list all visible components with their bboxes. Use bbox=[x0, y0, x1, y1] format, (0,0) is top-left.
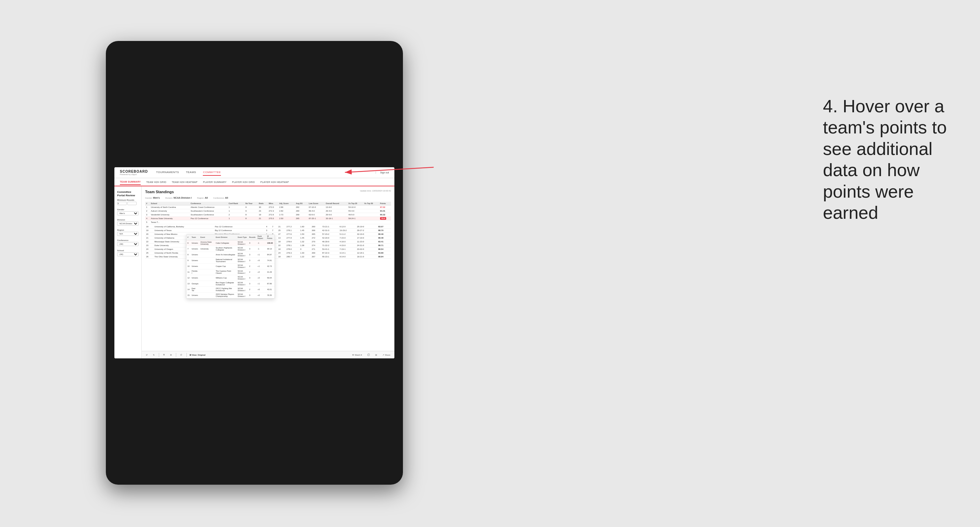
data-panel: Team Standings Update time: 13/03/2024 1… bbox=[142, 186, 395, 359]
col-rank: # bbox=[145, 202, 150, 205]
col-vs-top25: Vs Top 25 bbox=[347, 202, 363, 205]
bottom-toolbar: ↺ ↻ ⧉ ⚙ ⏱ ⊞ View: Original 👁 Watch ▾ 💬 ⊞… bbox=[142, 351, 395, 359]
table-row: 2 Auburn University Southeastern Confere… bbox=[145, 209, 391, 213]
rounds-max-input[interactable] bbox=[127, 202, 137, 205]
division-select[interactable]: NCAA Division I bbox=[117, 222, 138, 225]
sidebar-label-region: Region bbox=[117, 229, 138, 231]
toolbar-separator bbox=[159, 353, 159, 357]
tablet-frame: SCOREBOARD Powered by clippd TOURNAMENTS… bbox=[106, 41, 403, 485]
update-time: Update time: 13/03/2024 10:03:42 bbox=[360, 190, 391, 192]
toolbar-right: 👁 Watch ▾ 💬 ⊞ ↗ Share bbox=[351, 353, 392, 357]
view-original-label[interactable]: ⊞ View: Original bbox=[189, 354, 205, 356]
col-low-score: Low Score bbox=[308, 202, 325, 205]
col-overall: Overall Record bbox=[325, 202, 347, 205]
sidebar-section-division: Division NCAA Division I bbox=[117, 219, 138, 225]
list-item: 12 Univers Williams Cup NCAA Division I … bbox=[186, 275, 275, 281]
redo-button[interactable]: ↻ bbox=[152, 353, 156, 357]
tooltip-overlay: # Team Event Event Division Event Type R… bbox=[186, 234, 275, 298]
col-points: Points bbox=[379, 202, 391, 205]
table-row: 3 Vanderbilt University Southeastern Con… bbox=[145, 213, 391, 217]
data-header: Team Standings Update time: 13/03/2024 1… bbox=[145, 190, 391, 194]
logo-text: SCOREBOARD bbox=[120, 170, 148, 173]
sidebar-section-rounds: Minimum Rounds bbox=[117, 199, 138, 205]
top-nav: SCOREBOARD Powered by clippd TOURNAMENTS… bbox=[115, 167, 395, 178]
sidebar-label-school: School bbox=[117, 249, 138, 252]
list-item: 7 Univers University Southern Highlands … bbox=[186, 246, 275, 252]
list-item: 9 Univers National Invitational Tourname… bbox=[186, 258, 275, 264]
col-conference: Conference bbox=[189, 202, 228, 205]
logo-area: SCOREBOARD Powered by clippd bbox=[120, 170, 148, 175]
tooltip-table: # Team Event Event Division Event Type R… bbox=[186, 235, 275, 298]
toolbar-separator-3 bbox=[186, 353, 187, 357]
undo-button[interactable]: ↺ bbox=[145, 353, 149, 357]
sidebar-label-division: Division bbox=[117, 219, 138, 221]
nav-tournaments[interactable]: TOURNAMENTS bbox=[156, 169, 179, 176]
list-item: 11 Florida I The Cypress Point Classic N… bbox=[186, 269, 275, 275]
list-item: 6 Univers Arizona State University Cabo … bbox=[186, 240, 275, 246]
col-adj-score: Adj. Score bbox=[278, 202, 295, 205]
nav-links: TOURNAMENTS TEAMS COMMITTEE bbox=[156, 169, 375, 176]
tab-player-summary[interactable]: PLAYER SUMMARY bbox=[203, 179, 227, 185]
col-rnds: Rnds bbox=[258, 202, 268, 205]
nav-committee[interactable]: COMMITTEE bbox=[203, 169, 221, 176]
tab-team-h2h-heatmap[interactable]: TEAM H2H HEATMAP bbox=[172, 179, 197, 185]
list-item: 13 Georgia Ben Hogan Collegiate Invitati… bbox=[186, 281, 275, 287]
col-school: School bbox=[150, 202, 190, 205]
copy-button[interactable]: ⧉ bbox=[162, 353, 166, 357]
sidebar-label-rounds: Minimum Rounds bbox=[117, 199, 138, 201]
tooltip-col-rounds: Rounds bbox=[248, 235, 257, 240]
sub-nav: TEAM SUMMARY TEAM H2H GRID TEAM H2H HEAT… bbox=[115, 178, 395, 186]
grid-button[interactable]: ⊞ bbox=[374, 353, 378, 357]
tab-player-h2h-heatmap[interactable]: PLAYER H2H HEATMAP bbox=[260, 179, 289, 185]
list-item: 8 Univers Amer An Intercollegiate NCAA D… bbox=[186, 252, 275, 258]
tooltip-col-team: Team bbox=[191, 235, 199, 240]
comment-button[interactable]: 💬 bbox=[366, 353, 371, 357]
sign-out-button[interactable]: Sign out bbox=[375, 171, 389, 174]
table-row: 5 Texas T... bbox=[145, 221, 391, 224]
table-row: 1 University of North Carolina Atlantic … bbox=[145, 205, 391, 209]
tab-player-h2h-grid[interactable]: PLAYER H2H GRID bbox=[232, 179, 255, 185]
share-button[interactable]: ↗ Share bbox=[381, 353, 392, 357]
standings-title: Team Standings bbox=[145, 190, 174, 194]
nav-teams[interactable]: TEAMS bbox=[186, 169, 196, 176]
conference-select[interactable]: (All) bbox=[117, 242, 138, 246]
tooltip-col-num: # bbox=[186, 235, 191, 240]
rounds-min-input[interactable] bbox=[117, 202, 127, 205]
list-item: 10 Univers Copper Cup NCAA Division I 2 … bbox=[186, 264, 275, 269]
sidebar-label-conference: Conference bbox=[117, 239, 138, 241]
table-row: 19 University of Texas Big 12 Conference… bbox=[145, 229, 391, 232]
tooltip-col-division: Event Division bbox=[215, 235, 237, 240]
logo-sub: Powered by clippd bbox=[120, 173, 148, 175]
tab-team-summary[interactable]: TEAM SUMMARY bbox=[120, 179, 141, 185]
region-select[interactable]: N/A bbox=[117, 232, 138, 236]
list-item: 14 East Ter OFCC Fighting Illini Invitat… bbox=[186, 287, 275, 292]
col-avg-sg: Avg SG bbox=[295, 202, 308, 205]
info-button[interactable]: ⏱ bbox=[179, 353, 184, 357]
col-no-tour: No Tour bbox=[245, 202, 258, 205]
settings-button[interactable]: ⚙ bbox=[169, 353, 173, 357]
sidebar-section-school: School (All) bbox=[117, 249, 138, 256]
list-item: 15 Univers 2023 Sahalee Players Champion… bbox=[186, 292, 275, 298]
standings-table: # School Conference Conf Rank No Tour Rn… bbox=[145, 202, 391, 224]
tooltip-col-points: W Points bbox=[266, 235, 275, 240]
toolbar-separator-2 bbox=[176, 353, 176, 357]
tooltip-col-type: Event Type bbox=[237, 235, 248, 240]
sidebar: Committee Portal Review Minimum Rounds G… bbox=[115, 186, 142, 359]
annotation-text: 4. Hover over a team's points to see add… bbox=[823, 95, 953, 223]
tablet-screen: SCOREBOARD Powered by clippd TOURNAMENTS… bbox=[115, 167, 395, 359]
sidebar-section-gender: Gender Men's Women's bbox=[117, 208, 138, 215]
col-vs-top50: Vs Top 50 bbox=[363, 202, 379, 205]
table-row: 18 University of California, Berkeley Pa… bbox=[145, 225, 391, 229]
sidebar-title: Committee Portal Review bbox=[117, 190, 138, 198]
tab-team-h2h-grid[interactable]: TEAM H2H GRID bbox=[146, 179, 166, 185]
col-conf-rank: Conf Rank bbox=[228, 202, 245, 205]
school-select[interactable]: (All) bbox=[117, 252, 138, 256]
main-content: Committee Portal Review Minimum Rounds G… bbox=[115, 186, 395, 359]
watch-button[interactable]: 👁 Watch ▾ bbox=[351, 353, 363, 357]
gender-select[interactable]: Men's Women's bbox=[117, 211, 138, 215]
col-wins: Wins bbox=[268, 202, 278, 205]
filter-row: Gender: Men's Division: NCAA Division I … bbox=[145, 197, 391, 199]
table-row-highlighted: 4 Arizona State University Pac-12 Confer… bbox=[145, 217, 391, 221]
tooltip-col-event: Event bbox=[199, 235, 215, 240]
sidebar-section-conference: Conference (All) bbox=[117, 239, 138, 246]
